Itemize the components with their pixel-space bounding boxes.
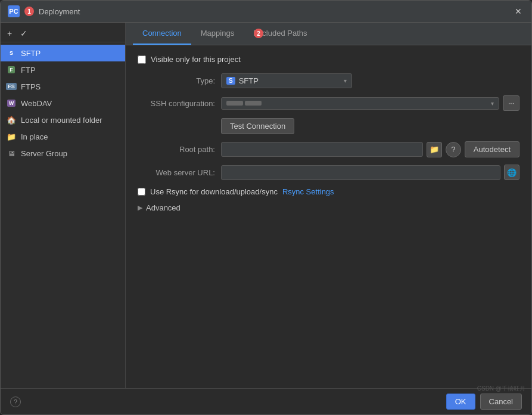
ssh-dot-2 [245,101,262,106]
sftp-type-icon: S [226,77,235,85]
local-icon: 🏠 [7,115,16,125]
app-icon: PC [8,5,20,17]
tab-badge: 2 [254,29,263,38]
deployment-dialog: PC 1 Deployment ✕ + ✓ S SFTP F [0,0,532,415]
ssh-row: SSH configuration: ▾ ··· [138,95,519,111]
web-server-input[interactable]: http:// [221,165,500,180]
sidebar-toolbar: + ✓ [1,25,125,42]
visible-only-label: Visible only for this project [151,55,241,64]
ssh-edit-button[interactable]: ··· [503,95,519,111]
visible-only-row: Visible only for this project [138,55,519,64]
autodetect-button[interactable]: Autodetect [465,141,519,157]
tab-content-connection: Visible only for this project Type: S SF… [126,45,531,388]
help-button[interactable]: ? [10,397,21,407]
sidebar-item-inplace[interactable]: 📁 In place [1,128,125,145]
web-server-control: http:// 🌐 [221,165,519,180]
advanced-label: Advanced [146,203,181,212]
title-actions: ✕ [512,5,524,17]
root-path-control: / 📁 ? Autodetect [221,141,519,157]
sidebar-item-local[interactable]: 🏠 Local or mounted folder [1,112,125,128]
rsync-row: Use Rsync for download/upload/sync Rsync… [138,187,519,196]
sidebar-item-servergroup[interactable]: 🖥 Server Group [1,145,125,162]
sidebar-item-label-sftp: SFTP [21,49,41,58]
tab-mappings[interactable]: Mappings [191,23,244,45]
sidebar-item-label-ftps: FTPS [21,82,41,91]
servergroup-icon: 🖥 [7,148,16,158]
cancel-button[interactable]: Cancel [480,394,522,410]
sidebar-item-label-servergroup: Server Group [21,149,67,158]
close-button[interactable]: ✕ [512,5,524,17]
webdav-icon: W [7,98,16,108]
footer-right: OK Cancel [446,394,522,410]
root-path-input[interactable]: / [221,142,423,157]
web-server-label: Web server URL: [138,168,215,177]
sidebar-item-sftp[interactable]: S SFTP [1,45,125,61]
add-server-button[interactable]: + [4,27,15,39]
root-path-folder-button[interactable]: 📁 [427,142,442,157]
content-area: + ✓ S SFTP F FTP FS FTPS [1,23,531,388]
sidebar-item-webdav[interactable]: W WebDAV [1,95,125,112]
type-row: Type: S SFTP ▾ [138,73,519,88]
rsync-label: Use Rsync for download/upload/sync [150,187,278,196]
confirm-button[interactable]: ✓ [17,27,30,39]
sidebar-item-label-local: Local or mounted folder [21,116,102,125]
ok-button[interactable]: OK [446,394,475,410]
rsync-settings-link[interactable]: Rsync Settings [282,187,334,196]
ssh-dots [226,101,262,106]
root-path-label: Root path: [138,145,215,154]
tab-connection[interactable]: Connection [133,23,191,45]
advanced-toggle[interactable]: ▶ Advanced [138,201,519,215]
type-label: Type: [138,76,215,85]
tab-bar: Connection Mappings Excluded Paths [126,23,531,45]
test-connection-row: Test Connection [138,118,519,134]
ssh-select[interactable]: ▾ [221,97,499,110]
sidebar: + ✓ S SFTP F FTP FS FTPS [1,23,126,388]
footer: ? OK Cancel [1,388,531,414]
watermark: CSDN @千禧旺月 [477,385,525,393]
advanced-section: ▶ Advanced [138,201,519,215]
dialog-title: Deployment [39,7,508,16]
ftps-icon: FS [7,82,16,91]
sidebar-item-label-ftp: FTP [21,66,36,75]
inplace-icon: 📁 [7,132,16,141]
type-select-arrow: ▾ [344,78,347,84]
footer-left: ? [10,397,21,407]
web-server-row: Web server URL: http:// 🌐 [138,165,519,180]
main-content: Connection Mappings Excluded Paths 2 [126,23,531,388]
type-control: S SFTP ▾ [221,73,519,88]
sidebar-item-ftp[interactable]: F FTP [1,61,125,78]
badge-1: 1 [24,7,34,16]
test-connection-button[interactable]: Test Connection [221,118,294,134]
ssh-control: ▾ ··· [221,95,519,111]
rsync-checkbox[interactable] [138,188,145,196]
advanced-arrow-icon: ▶ [138,204,142,212]
title-bar: PC 1 Deployment ✕ [1,1,531,23]
sidebar-item-label-webdav: WebDAV [21,99,52,108]
type-select[interactable]: S SFTP ▾ [221,73,352,88]
visible-only-checkbox[interactable] [138,55,146,64]
ftp-icon: F [7,65,16,75]
ssh-label: SSH configuration: [138,99,215,108]
root-path-help-button[interactable]: ? [446,142,461,157]
ssh-arrow: ▾ [491,100,494,107]
root-path-row: Root path: / 📁 ? Autodetect [138,141,519,157]
ssh-dot-1 [226,101,243,106]
web-server-globe-button[interactable]: 🌐 [504,165,519,180]
sidebar-item-ftps[interactable]: FS FTPS [1,78,125,95]
type-value: SFTP [239,76,259,85]
sidebar-item-label-inplace: In place [21,132,48,141]
sftp-icon: S [7,48,16,58]
